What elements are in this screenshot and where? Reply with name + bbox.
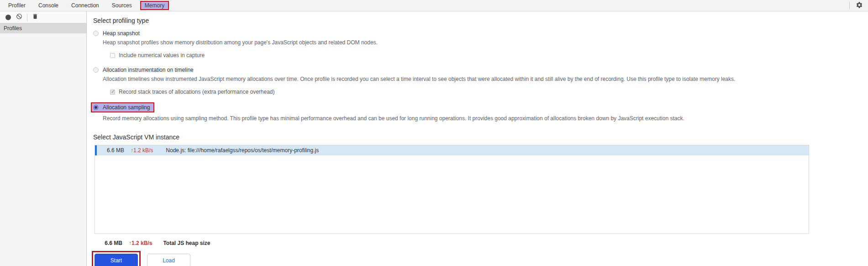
checkbox-checked-icon[interactable] [110,90,115,95]
top-tab-bar: Profiler Console Connection Sources Memo… [0,0,868,11]
allocation-timeline-label: Allocation instrumentation on timeline [103,67,194,73]
total-heap-row: 6.6 MB ↑1.2 kB/s Total JS heap size [103,240,868,246]
include-numerical-values-label: Include numerical values in capture [119,52,205,59]
block-icon [16,13,22,21]
start-button[interactable]: Start [95,254,138,266]
option-allocation-timeline: Allocation instrumentation on timeline A… [93,67,868,95]
profiles-section-header[interactable]: Profiles [0,23,86,33]
trash-icon [32,13,38,21]
tab-memory[interactable]: Memory [140,1,169,10]
start-button-annotation: Start [92,251,141,266]
vm-heap-rate: ↑1.2 kB/s [131,147,153,154]
total-heap-rate: ↑1.2 kB/s [129,240,152,246]
tab-console[interactable]: Console [34,1,63,10]
heap-snapshot-label: Heap snapshot [103,30,140,37]
total-heap-size: 6.6 MB [103,240,122,246]
settings-button[interactable] [854,0,864,11]
toolbar-separator [27,14,27,21]
memory-panel: Select profiling type Heap snapshot Heap… [87,11,868,266]
left-panel: Profiles [0,11,87,266]
allocation-timeline-radio-row[interactable]: Allocation instrumentation on timeline [93,67,868,73]
delete-profile-button[interactable] [30,12,41,22]
record-button[interactable] [3,12,14,22]
option-heap-snapshot: Heap snapshot Heap snapshot profiles sho… [93,30,868,59]
tab-sources[interactable]: Sources [107,1,137,10]
gear-icon [856,1,863,10]
checkbox-icon[interactable] [110,53,115,58]
record-stack-traces-label: Record stack traces of allocations (extr… [119,89,275,95]
vm-instance-heading: Select JavaScript VM instance [93,133,868,141]
option-allocation-sampling: Allocation sampling Record memory alloca… [93,102,868,122]
tabbar-separator [849,2,850,9]
radio-selected-icon[interactable] [93,105,99,110]
clear-button[interactable] [14,12,25,22]
heap-snapshot-description: Heap snapshot profiles show memory distr… [103,39,868,46]
record-stack-traces-checkbox-row[interactable]: Record stack traces of allocations (extr… [110,89,868,95]
vm-heap-size: 6.6 MB [105,147,124,154]
record-icon [5,15,11,20]
action-buttons: Start Load [93,251,868,266]
radio-icon[interactable] [93,67,99,73]
profiles-header-label: Profiles [4,25,22,32]
allocation-sampling-radio-row[interactable]: Allocation sampling [91,102,154,112]
total-heap-label: Total JS heap size [163,240,210,246]
radio-icon[interactable] [93,31,99,36]
allocation-sampling-description: Record memory allocations using sampling… [103,115,868,122]
load-button[interactable]: Load [147,254,190,266]
vm-instance-name: Node.js: file:///home/rafaelgss/repos/os… [166,147,319,154]
profiles-list-empty [0,33,86,266]
tab-connection[interactable]: Connection [67,1,104,10]
profiling-type-heading: Select profiling type [93,17,868,24]
profiler-toolbar [0,11,86,23]
tab-profiler[interactable]: Profiler [4,1,30,10]
heap-snapshot-radio-row[interactable]: Heap snapshot [93,30,868,37]
allocation-timeline-description: Allocation timelines show instrumented J… [103,76,868,82]
allocation-sampling-label: Allocation sampling [103,104,150,111]
include-numerical-values-checkbox-row[interactable]: Include numerical values in capture [110,52,868,59]
vm-instance-list: 6.6 MB ↑1.2 kB/s Node.js: file:///home/r… [95,145,809,234]
vm-instance-row[interactable]: 6.6 MB ↑1.2 kB/s Node.js: file:///home/r… [95,145,809,155]
